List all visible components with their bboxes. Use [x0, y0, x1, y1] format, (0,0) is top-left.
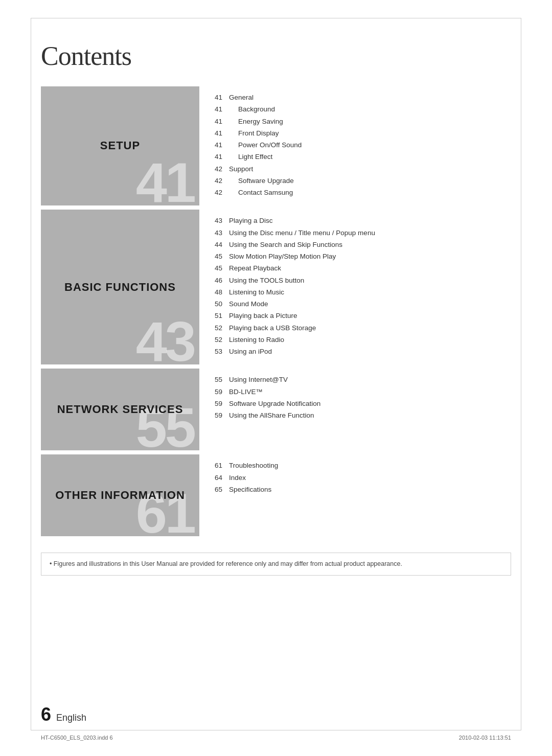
section-right-network-services: 55Using Internet@TV59BD-LIVE™59Software … — [199, 369, 511, 450]
content-text: Slow Motion Play/Step Motion Play — [229, 251, 501, 262]
section-number-setup: 41 — [136, 154, 194, 211]
section-row-basic-functions: BASIC FUNCTIONS4343Playing a Disc43Using… — [41, 210, 511, 364]
border-right — [521, 18, 521, 730]
content-text: Power On/Off Sound — [229, 140, 501, 150]
content-page-number: 42 — [215, 176, 229, 186]
content-page-number: 45 — [215, 263, 229, 273]
content-text: Playing back a Picture — [229, 311, 501, 321]
footer-note-text: Figures and illustrations in this User M… — [50, 560, 402, 567]
content-text: Using the AllShare Function — [229, 410, 501, 421]
list-item: 41General — [215, 93, 501, 103]
list-item: 52Playing back a USB Storage — [215, 323, 501, 333]
section-title-other-information: OTHER INFORMATION — [55, 489, 185, 502]
footer-note: Figures and illustrations in this User M… — [41, 553, 511, 576]
list-item: 65Specifications — [215, 485, 501, 495]
content-page-number: 42 — [215, 188, 229, 198]
content-text: Contact Samsung — [229, 188, 501, 198]
list-item: 43Playing a Disc — [215, 216, 501, 226]
content-text: Sound Mode — [229, 299, 501, 309]
content-page-number: 52 — [215, 335, 229, 345]
content-text: Specifications — [229, 485, 501, 495]
content-text: Listening to Radio — [229, 335, 501, 345]
list-item: 51Playing back a Picture — [215, 311, 501, 321]
list-item: 41Energy Saving — [215, 117, 501, 127]
content-page-number: 50 — [215, 299, 229, 309]
content-page-number: 61 — [215, 461, 229, 471]
page-title: Contents — [41, 41, 511, 71]
border-left — [31, 18, 31, 730]
page-language: English — [56, 713, 86, 723]
content-page-number: 59 — [215, 410, 229, 421]
content-page-number: 43 — [215, 216, 229, 226]
content-page-number: 41 — [215, 152, 229, 162]
content-page-number: 55 — [215, 375, 229, 385]
content-page-number: 41 — [215, 128, 229, 139]
content-page-number: 46 — [215, 276, 229, 286]
page-container: Contents SETUP4141General41Background41E… — [0, 0, 552, 756]
content-page-number: 43 — [215, 228, 229, 238]
content-text: Playing back a USB Storage — [229, 323, 501, 333]
border-bottom — [31, 730, 521, 730]
content-page-number: 53 — [215, 347, 229, 357]
content-text: Using an iPod — [229, 347, 501, 357]
list-item: 59Using the AllShare Function — [215, 410, 501, 421]
section-right-other-information: 61Troubleshooting64Index65Specifications — [199, 454, 511, 536]
section-title-basic-functions: BASIC FUNCTIONS — [64, 281, 176, 294]
section-right-setup: 41General41Background41Energy Saving41Fr… — [199, 86, 511, 205]
list-item: 46Using the TOOLS button — [215, 276, 501, 286]
list-item: 41Front Display — [215, 128, 501, 139]
content-text: Support — [229, 164, 501, 174]
content-text: Repeat Playback — [229, 263, 501, 273]
meta-left: HT-C6500_ELS_0203.indd 6 — [41, 735, 113, 741]
content-page-number: 44 — [215, 240, 229, 250]
content-page-number: 41 — [215, 140, 229, 150]
meta-right: 2010-02-03 11:13:51 — [459, 735, 511, 741]
content-text: Index — [229, 473, 501, 483]
list-item: 42Contact Samsung — [215, 188, 501, 198]
content-text: Using Internet@TV — [229, 375, 501, 385]
list-item: 41Background — [215, 104, 501, 114]
section-row-network-services: NETWORK SERVICES5555Using Internet@TV59B… — [41, 369, 511, 450]
list-item: 43Using the Disc menu / Title menu / Pop… — [215, 228, 501, 238]
list-item: 61Troubleshooting — [215, 461, 501, 471]
content-text: Troubleshooting — [229, 461, 501, 471]
content-page-number: 45 — [215, 251, 229, 262]
content-page-number: 41 — [215, 117, 229, 127]
list-item: 41Power On/Off Sound — [215, 140, 501, 150]
content-text: Software Upgrade Notification — [229, 399, 501, 409]
content-page-number: 59 — [215, 399, 229, 409]
page-footer: 6 English — [41, 704, 86, 725]
section-right-basic-functions: 43Playing a Disc43Using the Disc menu / … — [199, 210, 511, 364]
content-text: Listening to Music — [229, 287, 501, 297]
content-text: Using the TOOLS button — [229, 276, 501, 286]
border-top — [31, 18, 521, 18]
section-left-network-services: NETWORK SERVICES55 — [41, 369, 199, 450]
list-item: 44Using the Search and Skip Functions — [215, 240, 501, 250]
list-item: 52Listening to Radio — [215, 335, 501, 345]
content-text: Energy Saving — [229, 117, 501, 127]
list-item: 41Light Effect — [215, 152, 501, 162]
section-title-network-services: NETWORK SERVICES — [57, 403, 183, 416]
section-row-other-information: OTHER INFORMATION6161Troubleshooting64In… — [41, 454, 511, 536]
sections-wrapper: SETUP4141General41Background41Energy Sav… — [41, 86, 511, 540]
list-item: 53Using an iPod — [215, 347, 501, 357]
list-item: 64Index — [215, 473, 501, 483]
section-left-other-information: OTHER INFORMATION61 — [41, 454, 199, 536]
list-item: 50Sound Mode — [215, 299, 501, 309]
section-left-basic-functions: BASIC FUNCTIONS43 — [41, 210, 199, 364]
content-text: Playing a Disc — [229, 216, 501, 226]
content-page-number: 65 — [215, 485, 229, 495]
section-row-setup: SETUP4141General41Background41Energy Sav… — [41, 86, 511, 205]
content-text: Light Effect — [229, 152, 501, 162]
list-item: 59Software Upgrade Notification — [215, 399, 501, 409]
content-text: Using the Search and Skip Functions — [229, 240, 501, 250]
content-text: General — [229, 93, 501, 103]
content-page-number: 59 — [215, 387, 229, 397]
content-page-number: 42 — [215, 164, 229, 174]
page-number-large: 6 — [41, 704, 51, 725]
content-text: BD-LIVE™ — [229, 387, 501, 397]
section-title-setup: SETUP — [100, 139, 140, 152]
list-item: 42Software Upgrade — [215, 176, 501, 186]
list-item: 48Listening to Music — [215, 287, 501, 297]
content-page-number: 41 — [215, 104, 229, 114]
